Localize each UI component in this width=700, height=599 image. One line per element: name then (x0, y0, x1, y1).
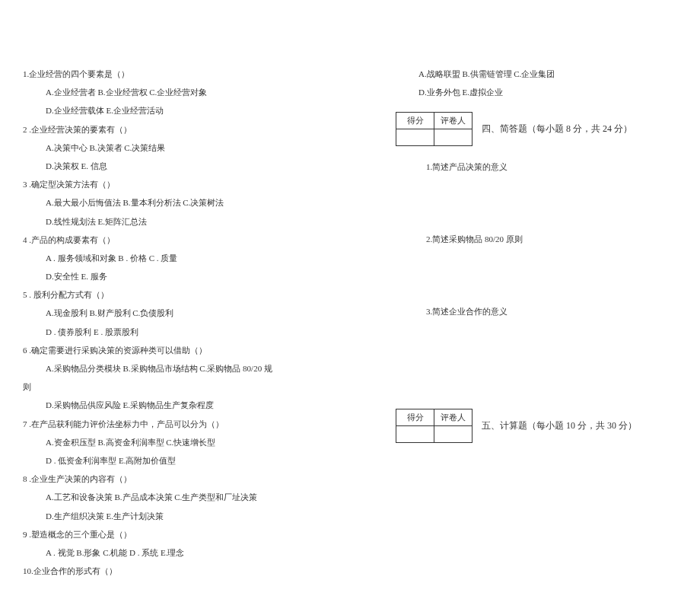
score-header-grader-5: 评卷人 (434, 409, 473, 426)
score-header-score: 得分 (396, 113, 434, 129)
score-cell-empty (396, 129, 434, 146)
question-2-options-a: A.决策中心 B.决策者 C.决策结果 (23, 139, 350, 157)
score-header-grader: 评卷人 (434, 113, 473, 129)
question-6-options-b: D.采购物品供应风险 E.采购物品生产复杂程度 (23, 396, 350, 414)
question-3-options-a: A.最大最小后悔值法 B.量本利分析法 C.决策树法 (23, 193, 350, 212)
question-2: 2 .企业经营决策的要素有（） (23, 120, 350, 139)
question-10-options-a: A.战略联盟 B.供需链管理 C.企业集团 (396, 65, 654, 83)
question-7: 7 .在产品获利能力评价法坐标力中，产品可以分为（） (23, 415, 350, 433)
section-5-header: 得分 评卷人 五、计算题（每小题 10 分，共 30 分） (396, 409, 654, 443)
question-6: 6 .确定需要进行采购决策的资源种类可以借助（） (23, 341, 350, 359)
question-5: 5 . 股利分配方式有（） (23, 285, 350, 304)
score-header-score-5: 得分 (396, 409, 434, 426)
score-cell-empty-5 (396, 426, 434, 443)
section-4-title: 四、简答题（每小题 8 分，共 24 分） (482, 123, 632, 135)
section-5-title: 五、计算题（每小题 10 分，共 30 分） (482, 419, 637, 432)
grader-cell-empty (434, 129, 473, 146)
page-columns: 1.企业经营的四个要素是（） A.企业经营者 B.企业经营权 C.企业经营对象 … (23, 65, 677, 580)
question-7-options-b: D . 低资金利润率型 E.高附加价值型 (23, 451, 350, 470)
question-1-options-b: D.企业经营载体 E.企业经营活动 (23, 101, 350, 119)
question-10: 10.企业合作的形式有（） (23, 562, 350, 580)
short-answer-2: 2.简述采购物品 80/20 原则 (396, 234, 654, 245)
question-1: 1.企业经营的四个要素是（） (23, 65, 350, 83)
question-8-options-b: D.生产组织决策 E.生产计划决策 (23, 507, 350, 525)
right-column: A.战略联盟 B.供需链管理 C.企业集团 D.业务外包 E.虚拟企业 得分 评… (396, 65, 654, 580)
question-4-options-a: A . 服务领域和对象 B . 价格 C . 质量 (23, 249, 350, 267)
section-4-header: 得分 评卷人 四、简答题（每小题 8 分，共 24 分） (396, 112, 654, 146)
question-8-options-a: A.工艺和设备决策 B.产品成本决策 C.生产类型和厂址决策 (23, 488, 350, 506)
question-6-rule: 则 (23, 378, 350, 396)
question-10-options-b: D.业务外包 E.虚拟企业 (396, 83, 654, 101)
question-3-options-b: D.线性规划法 E.矩阵汇总法 (23, 212, 350, 231)
question-8: 8 .企业生产决策的内容有（） (23, 470, 350, 488)
question-3: 3 .确定型决策方法有（） (23, 175, 350, 193)
question-9: 9 .塑造概念的三个重心是（） (23, 525, 350, 543)
question-5-options-a: A.现金股利 B.财产股利 C.负债股利 (23, 304, 350, 322)
question-6-options-a: A.采购物品分类模块 B.采购物品市场结构 C.采购物品 80/20 规 (23, 359, 350, 378)
short-answer-3: 3.简述企业合作的意义 (396, 306, 654, 317)
left-column: 1.企业经营的四个要素是（） A.企业经营者 B.企业经营权 C.企业经营对象 … (23, 65, 350, 580)
grader-cell-empty-5 (434, 426, 473, 443)
question-4-options-b: D.安全性 E. 服务 (23, 267, 350, 285)
question-4: 4 .产品的构成要素有（） (23, 231, 350, 249)
question-5-options-b: D . 债券股利 E . 股票股利 (23, 323, 350, 341)
question-2-options-b: D.决策权 E. 信息 (23, 157, 350, 175)
short-answer-1: 1.简述产品决策的意义 (396, 161, 654, 173)
score-box-4: 得分 评卷人 (396, 112, 473, 146)
question-9-options-a: A . 视觉 B.形象 C.机能 D . 系统 E.理念 (23, 543, 350, 562)
question-7-options-a: A.资金积压型 B.高资金利润率型 C.快速增长型 (23, 433, 350, 451)
question-1-options-a: A.企业经营者 B.企业经营权 C.企业经营对象 (23, 83, 350, 101)
score-box-5: 得分 评卷人 (396, 409, 473, 443)
